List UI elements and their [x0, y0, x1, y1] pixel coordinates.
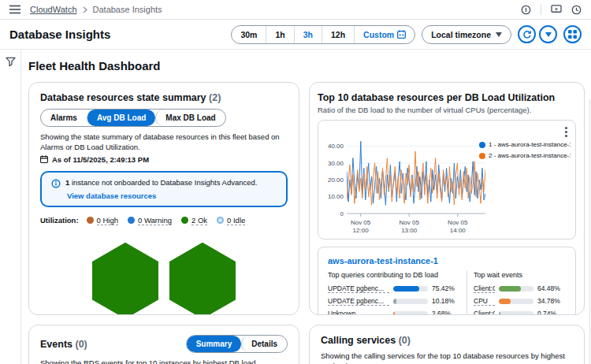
view-database-resources-link[interactable]: View database resources [67, 191, 156, 200]
query-label[interactable]: UPDATE pgbenc... [328, 284, 389, 293]
events-title: Events (0) [40, 339, 87, 350]
query-label[interactable]: UPDATE pgbenc... [328, 297, 389, 306]
events-toggle: SummaryDetails [186, 335, 288, 353]
time-range-30m[interactable]: 30m [232, 26, 266, 43]
toggle-details[interactable]: Details [241, 336, 287, 352]
feedback-icon[interactable] [551, 5, 562, 14]
wait-event-label[interactable]: Client:ClientWrite [474, 310, 495, 316]
legend-label: 1 - aws-aurora-test-instance-1 [489, 141, 571, 148]
query-bar-track [393, 286, 428, 292]
wait-event-label[interactable]: CPU [474, 297, 495, 306]
query-row: Unknown2.68% [328, 307, 460, 315]
utilization-warning[interactable]: 0 Warning [128, 216, 172, 225]
refresh-options-button[interactable] [539, 25, 557, 43]
legend-item[interactable]: 2 - aws-aurora-test-instance-1... [479, 152, 571, 159]
wait-event-percentage: 34.78% [537, 297, 566, 305]
y-tick-label: 0 [340, 210, 344, 217]
x-tick-label: Nov 0512:00 [351, 219, 370, 235]
x-tick-label: Nov 0513:00 [400, 219, 419, 235]
history-icon[interactable] [571, 5, 582, 15]
info-icon[interactable] [521, 5, 531, 15]
legend-label: 2 - aws-aurora-test-instance-1... [489, 152, 571, 159]
dashboard-title: Fleet Health Dashboard [28, 59, 585, 72]
chart-x-axis: Nov 0512:00Nov 0513:00Nov 0514:00 [347, 217, 485, 233]
instance-link[interactable]: aws-aurora-test-instance-1 [328, 256, 438, 266]
header-controls: 30m1h3h12hCustom Local timezone [231, 25, 582, 44]
hexagon-map [40, 243, 288, 315]
widgets-button[interactable] [563, 25, 582, 43]
top-queries-column: Top queries contributing to DB load UPDA… [328, 271, 460, 315]
legend-dot [479, 142, 485, 148]
database-insights-page: CloudWatch Database Insights Database In… [0, 0, 591, 364]
toggle-summary[interactable]: Summary [187, 336, 242, 352]
column-divider [466, 271, 467, 315]
scrollbar[interactable] [589, 99, 590, 364]
db-load-chart-panel: 40.0030.0020.0010.000 Nov 0512:00Nov 051… [318, 120, 576, 240]
utilization-ok[interactable]: 2 Ok [181, 216, 207, 225]
menu-icon[interactable] [9, 5, 20, 14]
refresh-button[interactable] [518, 25, 536, 43]
utilization-label: 0 Warning [138, 216, 172, 225]
utilization-dot-high [87, 217, 94, 224]
content-body: Fleet Health Dashboard Database resource… [0, 50, 591, 364]
tab-avg-db-load[interactable]: Avg DB Load [87, 110, 155, 126]
query-bar-track [393, 311, 428, 316]
chart-y-axis: 40.0030.0020.0010.000 [325, 138, 347, 217]
dashboard-grid: Database resources state summary (2) Ala… [28, 82, 585, 364]
calendar-icon [397, 30, 406, 39]
page-header-title: Database Insights [9, 28, 110, 41]
state-summary-title: Database resources state summary (2) [40, 92, 288, 103]
breadcrumb: CloudWatch Database Insights [30, 5, 162, 14]
time-range-12h[interactable]: 12h [322, 26, 354, 43]
topbar: CloudWatch Database Insights [0, 0, 591, 20]
calling-services-count: (0) [399, 335, 411, 346]
events-description: Showing the RDS events for top 10 instan… [40, 358, 288, 364]
chevron-right-icon [83, 6, 87, 13]
y-tick-label: 30.00 [328, 160, 344, 167]
legend-item[interactable]: 1 - aws-aurora-test-instance-1 [479, 141, 571, 148]
wait-event-label[interactable]: Client:ClientRead [474, 284, 495, 293]
events-card: Events (0) SummaryDetails Showing the RD… [28, 325, 299, 364]
timezone-label: Local timezone [431, 30, 491, 39]
filter-icon[interactable] [6, 57, 16, 364]
query-bar-fill [393, 286, 419, 292]
calling-services-description: Showing the calling services for the top… [321, 351, 573, 364]
wait-events-column: Top wait events Client:ClientRead64.48%C… [474, 271, 566, 315]
hexagon-instance[interactable] [92, 243, 158, 315]
x-tick-line: 12:00 [351, 227, 370, 235]
wait-event-row: Client:ClientRead64.48% [474, 282, 566, 295]
breadcrumb-cloudwatch[interactable]: CloudWatch [30, 5, 77, 14]
chart-plot-area[interactable] [347, 138, 485, 217]
dashboard-main: Fleet Health Dashboard Database resource… [21, 50, 591, 364]
wait-event-percentage: 64.48% [537, 284, 566, 292]
query-label[interactable]: Unknown [328, 310, 389, 316]
wait-events-heading: Top wait events [474, 271, 566, 279]
top10-title: Top 10 database resources per DB Load Ut… [318, 92, 576, 103]
x-tick-label: Nov 0514:00 [448, 219, 467, 235]
calling-services-title: Calling services (0) [321, 335, 573, 346]
time-range-1h[interactable]: 1h [266, 26, 293, 43]
hexagon-instance[interactable] [169, 243, 236, 315]
query-row: UPDATE pgbenc...75.42% [328, 282, 460, 295]
utilization-idle[interactable]: 0 Idle [217, 216, 245, 225]
utilization-high[interactable]: 0 High [87, 216, 118, 225]
time-range-custom[interactable]: Custom [354, 26, 414, 43]
kebab-menu-icon[interactable] [563, 125, 569, 139]
state-summary-card: Database resources state summary (2) Ala… [28, 82, 299, 315]
tab-max-db-load[interactable]: Max DB Load [155, 110, 225, 126]
y-tick-label: 20.00 [328, 176, 344, 184]
utilization-dot-warning [128, 217, 135, 224]
time-range-3h[interactable]: 3h [294, 26, 322, 43]
wait-event-bar-track [499, 299, 533, 304]
filter-rail [0, 50, 21, 364]
calling-services-card: Calling services (0) Showing the calling… [309, 325, 585, 364]
page-header: Database Insights 30m1h3h12hCustom Local… [0, 20, 591, 50]
alert-info-icon [51, 179, 61, 188]
timezone-select[interactable]: Local timezone [422, 25, 511, 44]
tab-alarms[interactable]: Alarms [41, 110, 87, 126]
query-percentage: 2.68% [432, 310, 460, 315]
wait-event-row: CPU34.78% [474, 295, 566, 307]
top10-card: Top 10 database resources per DB Load Ut… [309, 82, 585, 315]
events-count: (0) [75, 339, 87, 350]
query-row: UPDATE pgbenc...10.18% [328, 295, 460, 307]
